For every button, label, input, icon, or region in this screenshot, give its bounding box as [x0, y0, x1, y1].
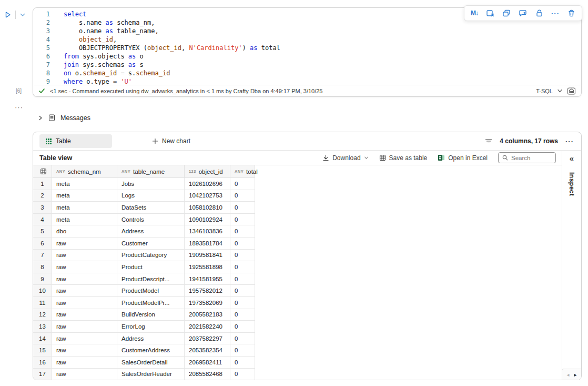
table-cell[interactable]: 1973582069: [185, 297, 230, 309]
search-box[interactable]: [498, 152, 556, 163]
code-line[interactable]: 5 OBJECTPROPERTYEX (object_id, N'Cardina…: [33, 44, 581, 52]
table-cell[interactable]: meta: [52, 214, 117, 226]
table-cell[interactable]: 0: [230, 214, 255, 226]
table-cell[interactable]: 2053582354: [185, 344, 230, 357]
code-cell[interactable]: M↓ ··· 1select2 s.name as schema_nm,3 o.…: [33, 7, 582, 97]
row-number-cell[interactable]: 2: [33, 190, 52, 202]
table-cell[interactable]: 2005582183: [185, 309, 230, 321]
search-input[interactable]: [511, 155, 549, 161]
scroll-right-button[interactable]: ▸: [574, 372, 577, 378]
row-number-cell[interactable]: 17: [33, 369, 52, 381]
table-cell[interactable]: raw: [52, 369, 117, 381]
duplicate-cell-icon[interactable]: [502, 9, 511, 17]
code-line[interactable]: 6from sys.objects as o: [33, 52, 581, 61]
lock-cell-icon[interactable]: [535, 9, 543, 17]
row-number-cell[interactable]: 16: [33, 357, 52, 369]
table-cell[interactable]: raw: [52, 261, 117, 273]
table-cell[interactable]: 1941581955: [185, 273, 230, 285]
table-cell[interactable]: raw: [52, 250, 117, 262]
save-as-table-button[interactable]: Save as table: [379, 154, 428, 162]
column-header-table_name[interactable]: ANYtable_name: [117, 165, 185, 178]
table-cell[interactable]: BuildVersion: [117, 309, 185, 321]
table-cell[interactable]: 1909581841: [185, 250, 230, 262]
table-cell[interactable]: 1026102696: [185, 178, 230, 190]
table-cell[interactable]: raw: [52, 357, 117, 369]
table-cell[interactable]: 2021582240: [185, 321, 230, 333]
table-cell[interactable]: 1925581898: [185, 261, 230, 273]
run-cell-button[interactable]: [4, 11, 12, 18]
filter-icon[interactable]: [485, 138, 492, 144]
row-number-cell[interactable]: 4: [33, 214, 52, 226]
row-number-cell[interactable]: 5: [33, 225, 52, 237]
messages-expand-chevron-icon[interactable]: [38, 115, 43, 121]
table-cell[interactable]: Logs: [117, 190, 185, 202]
column-header-total[interactable]: ANYtotal: [230, 165, 255, 178]
table-cell[interactable]: Address: [117, 333, 185, 345]
table-cell[interactable]: 0: [230, 237, 255, 250]
table-cell[interactable]: Address: [117, 225, 185, 237]
table-cell[interactable]: 0: [230, 273, 255, 285]
code-line[interactable]: 4 object_id,: [33, 35, 581, 44]
code-line[interactable]: 3 o.name as table_name,: [33, 27, 581, 35]
table-cell[interactable]: raw: [52, 237, 117, 250]
table-cell[interactable]: Jobs: [117, 178, 185, 190]
cell-more-actions[interactable]: ···: [551, 9, 560, 17]
table-cell[interactable]: 1042102753: [185, 190, 230, 202]
row-number-cell[interactable]: 3: [33, 202, 52, 214]
open-in-excel-button[interactable]: Open in Excel: [438, 154, 488, 162]
table-cell[interactable]: 0: [230, 297, 255, 309]
table-cell[interactable]: raw: [52, 309, 117, 321]
table-cell[interactable]: 0: [230, 250, 255, 262]
table-cell[interactable]: raw: [52, 297, 117, 309]
code-line[interactable]: 8on o.schema_id = s.schema_id: [33, 69, 581, 77]
delete-cell-icon[interactable]: [567, 9, 575, 17]
table-cell[interactable]: SalesOrderHeader: [117, 369, 185, 381]
row-number-cell[interactable]: 8: [33, 261, 52, 273]
table-cell[interactable]: SalesOrderDetail: [117, 357, 185, 369]
table-cell[interactable]: 0: [230, 309, 255, 321]
table-cell[interactable]: ProductCategory: [117, 250, 185, 262]
scroll-left-button[interactable]: ◂: [566, 372, 569, 378]
table-cell[interactable]: 1346103836: [185, 225, 230, 237]
row-number-cell[interactable]: 7: [33, 250, 52, 262]
table-cell[interactable]: 0: [230, 357, 255, 369]
table-cell[interactable]: meta: [52, 202, 117, 214]
table-cell[interactable]: 0: [230, 261, 255, 273]
warehouse-icon[interactable]: [567, 87, 576, 95]
table-cell[interactable]: CustomerAddress: [117, 344, 185, 357]
row-number-cell[interactable]: 15: [33, 344, 52, 357]
table-cell[interactable]: 2069582411: [185, 357, 230, 369]
messages-section[interactable]: Messages: [38, 114, 90, 122]
language-chevron-icon[interactable]: [557, 88, 563, 94]
table-cell[interactable]: 0: [230, 344, 255, 357]
tab-table[interactable]: Table: [39, 134, 112, 148]
cell-gutter-more-actions[interactable]: ···: [15, 103, 23, 111]
table-cell[interactable]: Controls: [117, 214, 185, 226]
table-cell[interactable]: 2085582468: [185, 369, 230, 381]
table-cell[interactable]: 1957582012: [185, 285, 230, 297]
language-selector[interactable]: T-SQL: [536, 88, 553, 94]
table-cell[interactable]: raw: [52, 285, 117, 297]
table-cell[interactable]: 0: [230, 321, 255, 333]
clear-output-icon[interactable]: [486, 9, 494, 17]
table-cell[interactable]: 1090102924: [185, 214, 230, 226]
results-more-actions[interactable]: ···: [565, 137, 574, 145]
row-number-cell[interactable]: 12: [33, 309, 52, 321]
table-cell[interactable]: 1058102810: [185, 202, 230, 214]
column-header-object_id[interactable]: 123object_id: [185, 165, 230, 178]
table-cell[interactable]: raw: [52, 333, 117, 345]
table-cell[interactable]: meta: [52, 178, 117, 190]
table-cell[interactable]: ProductDescript...: [117, 273, 185, 285]
comment-icon[interactable]: [519, 9, 528, 17]
code-line[interactable]: 7join sys.schemas as s: [33, 61, 581, 69]
run-options-chevron[interactable]: [19, 12, 26, 18]
table-cell[interactable]: 0: [230, 285, 255, 297]
table-cell[interactable]: DataSets: [117, 202, 185, 214]
table-cell[interactable]: ErrorLog: [117, 321, 185, 333]
table-cell[interactable]: 1893581784: [185, 237, 230, 250]
table-cell[interactable]: 0: [230, 178, 255, 190]
row-number-cell[interactable]: 9: [33, 273, 52, 285]
table-cell[interactable]: dbo: [52, 225, 117, 237]
row-number-cell[interactable]: 6: [33, 237, 52, 250]
row-number-cell[interactable]: 1: [33, 178, 52, 190]
